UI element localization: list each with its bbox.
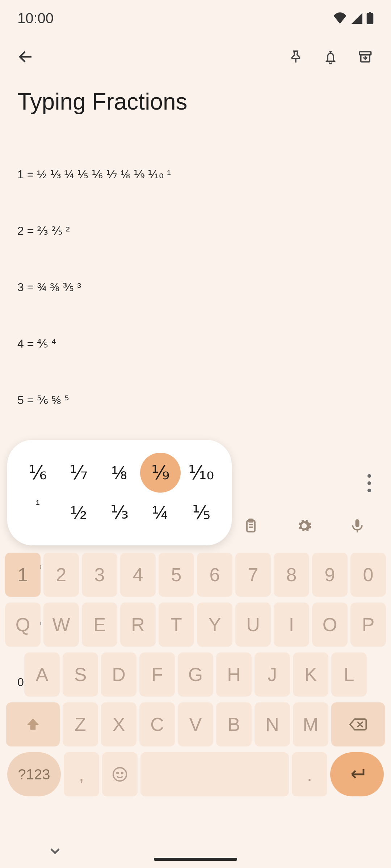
popup-option[interactable]: ¹ bbox=[17, 493, 58, 532]
note-line: 2 = ⅔ ⅖ ² bbox=[17, 221, 374, 240]
wifi-icon bbox=[333, 12, 347, 24]
key-comma[interactable]: , bbox=[64, 752, 99, 796]
settings-button[interactable] bbox=[291, 513, 317, 539]
key-y[interactable]: Y bbox=[197, 603, 232, 647]
note-line: 4 = ⅘ ⁴ bbox=[17, 334, 374, 353]
key-m[interactable]: M bbox=[293, 702, 328, 746]
longpress-popup: ⅙ ⅐ ⅛ ⅑ ⅒ ¹ ½ ⅓ ¼ ⅕ bbox=[7, 440, 232, 545]
key-2[interactable]: 2 bbox=[43, 553, 79, 597]
key-5[interactable]: 5 bbox=[159, 553, 194, 597]
key-emoji[interactable] bbox=[102, 752, 138, 796]
popup-option[interactable]: ⅐ bbox=[58, 453, 99, 493]
key-o[interactable]: O bbox=[312, 603, 348, 647]
popup-row-bottom: ¹ ½ ⅓ ¼ ⅕ bbox=[17, 493, 222, 532]
keyboard-row-2: A S D F G H J K L bbox=[4, 652, 387, 697]
note-line: 5 = ⅚ ⅝ ⁵ bbox=[17, 391, 374, 409]
reminder-button[interactable] bbox=[317, 43, 344, 70]
popup-option[interactable]: ⅙ bbox=[17, 453, 58, 493]
back-button[interactable] bbox=[12, 43, 39, 70]
key-v[interactable]: V bbox=[178, 702, 213, 746]
chevron-down-icon bbox=[47, 843, 63, 859]
svg-rect-0 bbox=[360, 52, 371, 55]
nav-handle[interactable] bbox=[154, 858, 237, 861]
key-k[interactable]: K bbox=[293, 652, 328, 697]
key-space[interactable] bbox=[140, 752, 289, 796]
key-enter[interactable] bbox=[330, 752, 384, 796]
keyboard-row-3: Z X C V B N M bbox=[4, 702, 387, 746]
keyboard-row-4: ?123 , . bbox=[4, 752, 387, 796]
popup-option[interactable]: ⅒ bbox=[181, 453, 222, 493]
popup-option[interactable]: ⅛ bbox=[99, 453, 140, 493]
archive-button[interactable] bbox=[352, 43, 379, 70]
key-6[interactable]: 6 bbox=[197, 553, 232, 597]
app-toolbar bbox=[0, 33, 391, 81]
key-n[interactable]: N bbox=[255, 702, 290, 746]
key-3[interactable]: 3 bbox=[82, 553, 117, 597]
status-icons bbox=[333, 12, 374, 24]
status-time: 10:00 bbox=[17, 10, 54, 26]
note-line: 3 = ¾ ⅜ ⅗ ³ bbox=[17, 278, 374, 297]
key-4[interactable]: 4 bbox=[120, 553, 156, 597]
key-shift[interactable] bbox=[6, 702, 60, 746]
pin-button[interactable] bbox=[282, 43, 309, 70]
key-backspace[interactable] bbox=[331, 702, 385, 746]
nav-bar bbox=[0, 835, 391, 868]
popup-row-top: ⅙ ⅐ ⅛ ⅑ ⅒ bbox=[17, 453, 222, 493]
key-l[interactable]: L bbox=[331, 652, 367, 697]
key-d[interactable]: D bbox=[101, 652, 136, 697]
key-x[interactable]: X bbox=[101, 702, 136, 746]
key-p[interactable]: P bbox=[350, 603, 386, 647]
key-7[interactable]: 7 bbox=[235, 553, 271, 597]
keyboard-toolbar bbox=[217, 508, 391, 544]
key-e[interactable]: E bbox=[82, 603, 117, 647]
key-c[interactable]: C bbox=[139, 702, 175, 746]
enter-icon bbox=[348, 767, 366, 782]
popup-option[interactable]: ¼ bbox=[140, 493, 181, 532]
note-title[interactable]: Typing Fractions bbox=[17, 88, 374, 115]
key-symbols[interactable]: ?123 bbox=[7, 752, 61, 796]
popup-option-selected[interactable]: ⅑ bbox=[140, 453, 181, 493]
keyboard-more-button[interactable] bbox=[358, 469, 380, 498]
note-line: 1 = ½ ⅓ ¼ ⅕ ⅙ ⅐ ⅛ ⅑ ⅒ ¹ bbox=[17, 165, 374, 184]
svg-point-6 bbox=[122, 773, 123, 774]
key-u[interactable]: U bbox=[235, 603, 271, 647]
popup-option[interactable]: ⅕ bbox=[181, 493, 222, 532]
key-i[interactable]: I bbox=[274, 603, 309, 647]
voice-input-button[interactable] bbox=[344, 513, 370, 539]
backspace-icon bbox=[349, 717, 367, 732]
status-bar: 10:00 bbox=[0, 0, 391, 33]
emoji-icon bbox=[112, 766, 128, 782]
key-a[interactable]: A bbox=[24, 652, 60, 697]
key-s[interactable]: S bbox=[63, 652, 98, 697]
key-q[interactable]: Q bbox=[5, 603, 41, 647]
key-t[interactable]: T bbox=[159, 603, 194, 647]
battery-icon bbox=[366, 12, 374, 24]
svg-point-4 bbox=[113, 768, 127, 781]
key-0[interactable]: 0 bbox=[350, 553, 386, 597]
more-vertical-icon bbox=[367, 474, 371, 492]
key-r[interactable]: R bbox=[120, 603, 156, 647]
keyboard-row-1: Q W E R T Y U I O P bbox=[4, 603, 387, 647]
popup-option[interactable]: ½ bbox=[58, 493, 99, 532]
svg-rect-3 bbox=[355, 519, 359, 527]
key-j[interactable]: J bbox=[255, 652, 290, 697]
key-h[interactable]: H bbox=[216, 652, 252, 697]
popup-option[interactable]: ⅓ bbox=[99, 493, 140, 532]
key-period[interactable]: . bbox=[292, 752, 327, 796]
keyboard: 1 2 3 4 5 6 7 8 9 0 Q W E R T Y U I O P … bbox=[0, 550, 391, 817]
key-z[interactable]: Z bbox=[63, 702, 98, 746]
key-b[interactable]: B bbox=[216, 702, 252, 746]
cell-signal-icon bbox=[350, 12, 363, 24]
clipboard-button[interactable] bbox=[238, 513, 264, 539]
svg-point-5 bbox=[117, 773, 118, 774]
key-8[interactable]: 8 bbox=[274, 553, 309, 597]
key-1[interactable]: 1 bbox=[5, 553, 41, 597]
key-f[interactable]: F bbox=[139, 652, 175, 697]
shift-icon bbox=[25, 716, 41, 732]
key-g[interactable]: G bbox=[178, 652, 213, 697]
key-9[interactable]: 9 bbox=[312, 553, 348, 597]
keyboard-row-numbers: 1 2 3 4 5 6 7 8 9 0 bbox=[4, 553, 387, 597]
hide-keyboard-button[interactable] bbox=[47, 843, 63, 860]
key-w[interactable]: W bbox=[43, 603, 79, 647]
